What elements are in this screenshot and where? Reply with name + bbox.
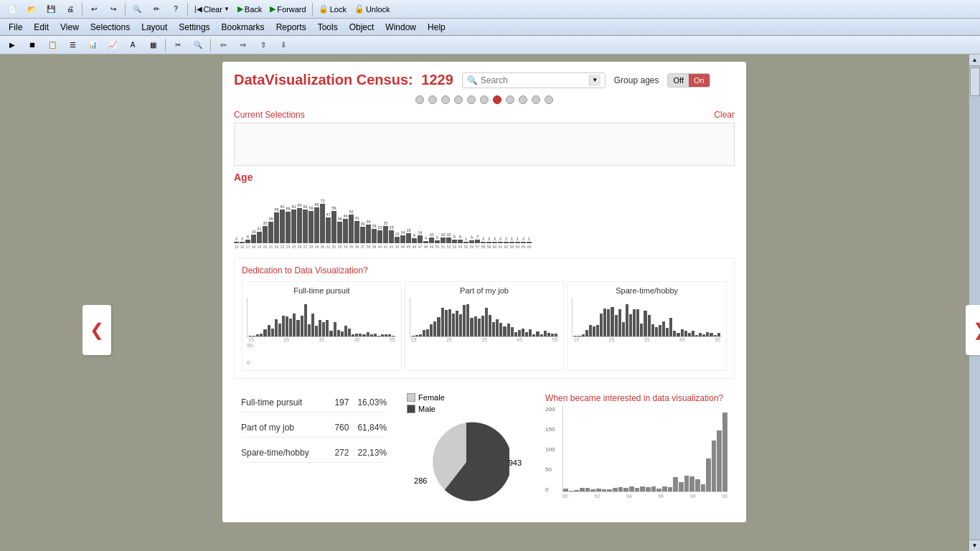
age-bar-col[interactable]: 61 bbox=[291, 205, 296, 244]
tb2-btn3[interactable]: 📋 bbox=[43, 37, 62, 53]
scrollbar-track[interactable] bbox=[969, 66, 980, 540]
menu-selections[interactable]: Selections bbox=[85, 19, 136, 35]
age-bar-col[interactable]: 47 bbox=[326, 213, 331, 244]
unlock-btn[interactable]: 🔓 Unlock bbox=[351, 1, 394, 17]
tb2-btn13[interactable]: ⇧ bbox=[254, 37, 273, 53]
dot-9[interactable] bbox=[519, 95, 527, 104]
menu-object[interactable]: Object bbox=[344, 19, 380, 35]
forward-btn[interactable]: ▶ Forward bbox=[266, 1, 309, 17]
help-btn[interactable]: ? bbox=[166, 1, 185, 17]
tb2-btn9[interactable]: ✂ bbox=[169, 37, 187, 53]
new-btn[interactable]: 📄 bbox=[3, 1, 22, 17]
tb2-btn7[interactable]: A bbox=[123, 37, 142, 53]
dot-6[interactable] bbox=[480, 95, 489, 104]
age-bar-col[interactable]: 41 bbox=[354, 217, 359, 244]
age-bar-col[interactable]: 44 bbox=[343, 215, 348, 244]
age-bar-col[interactable]: 2 bbox=[521, 237, 526, 244]
print-btn[interactable]: 🖨 bbox=[61, 1, 80, 17]
age-bar-col[interactable]: 59 bbox=[308, 207, 314, 244]
tb2-btn10[interactable]: 🔍 bbox=[189, 37, 207, 53]
dot-2[interactable] bbox=[428, 95, 437, 104]
edit-btn[interactable]: ✏ bbox=[147, 1, 166, 17]
nav-arrow-left[interactable]: ❮ bbox=[83, 305, 111, 355]
scrollbar-up[interactable]: ▲ bbox=[969, 55, 980, 66]
age-bar-col[interactable]: 5 bbox=[435, 236, 440, 244]
tb2-btn6[interactable]: 📈 bbox=[103, 37, 122, 53]
age-bar-col[interactable]: 1 bbox=[509, 237, 514, 244]
tb2-btn4[interactable]: ☰ bbox=[63, 37, 82, 53]
tb2-btn5[interactable]: 📊 bbox=[83, 37, 102, 53]
dot-8[interactable] bbox=[506, 95, 514, 104]
lock-btn[interactable]: 🔒 Lock bbox=[315, 1, 350, 17]
age-bar-col[interactable]: 7 bbox=[475, 235, 480, 244]
age-bar-col[interactable]: 1 bbox=[515, 237, 520, 244]
toggle-switch[interactable]: Off On bbox=[667, 73, 710, 88]
age-bar-col[interactable]: 21 bbox=[257, 227, 262, 244]
dot-7[interactable] bbox=[493, 95, 501, 104]
back-btn[interactable]: ▶ Back bbox=[234, 1, 265, 17]
redo-btn[interactable]: ↪ bbox=[104, 1, 123, 17]
dot-10[interactable] bbox=[532, 95, 540, 104]
age-bar-col[interactable]: 23 bbox=[377, 226, 382, 244]
menu-bookmarks[interactable]: Bookmarks bbox=[216, 19, 270, 35]
age-bar-col[interactable]: 26 bbox=[372, 225, 377, 244]
age-bar-col[interactable]: 5 bbox=[469, 236, 474, 244]
age-bar-col[interactable]: 56 bbox=[274, 208, 279, 244]
age-bar-col[interactable]: 23 bbox=[389, 226, 394, 244]
age-bar-col[interactable]: 6 bbox=[245, 235, 250, 244]
menu-settings[interactable]: Settings bbox=[173, 19, 215, 35]
dot-11[interactable] bbox=[545, 95, 553, 104]
menu-layout[interactable]: Layout bbox=[136, 19, 173, 35]
tb2-btn8[interactable]: ▦ bbox=[143, 37, 162, 53]
age-bar-col[interactable]: 4 bbox=[423, 237, 428, 244]
age-bar-col[interactable]: 64 bbox=[297, 204, 302, 244]
age-bar-col[interactable]: 6 bbox=[452, 235, 457, 244]
age-bar-col[interactable]: 32 bbox=[263, 222, 268, 244]
open-btn[interactable]: 📂 bbox=[22, 1, 41, 17]
find-btn[interactable]: 🔍 bbox=[128, 1, 146, 17]
age-bar-col[interactable]: 12 bbox=[395, 232, 400, 244]
menu-reports[interactable]: Reports bbox=[270, 19, 312, 35]
clear-selections-button[interactable]: Clear bbox=[714, 110, 735, 120]
tb2-btn2[interactable]: ⏹ bbox=[23, 37, 42, 53]
age-bar-col[interactable]: 30 bbox=[360, 222, 365, 244]
dot-4[interactable] bbox=[454, 95, 463, 104]
save-btn[interactable]: 💾 bbox=[42, 1, 60, 17]
age-bar-col[interactable]: 14 bbox=[400, 231, 405, 244]
menu-help[interactable]: Help bbox=[422, 19, 451, 35]
age-bar-col[interactable]: 59 bbox=[331, 207, 336, 244]
age-bar-col[interactable]: 18 bbox=[406, 229, 411, 244]
age-bar-col[interactable]: 14 bbox=[418, 231, 423, 244]
dot-3[interactable] bbox=[441, 95, 450, 104]
tb2-btn12[interactable]: ⇨ bbox=[234, 37, 253, 53]
age-bar-col[interactable]: 9 bbox=[412, 234, 417, 244]
age-bar-col[interactable]: 2 bbox=[234, 237, 239, 244]
age-bar-col[interactable]: 3 bbox=[486, 237, 491, 244]
age-bar-col[interactable]: 1 bbox=[527, 237, 532, 244]
search-dropdown[interactable]: ▼ bbox=[589, 75, 600, 86]
dot-1[interactable] bbox=[415, 95, 424, 104]
age-bar-col[interactable]: 10 bbox=[429, 233, 434, 244]
age-bar-col[interactable]: 66 bbox=[314, 203, 319, 244]
age-bar-col[interactable]: 58 bbox=[286, 207, 291, 244]
age-bar-col[interactable]: 2 bbox=[498, 237, 503, 244]
age-bar-col[interactable]: 52 bbox=[349, 210, 354, 244]
tb2-btn14[interactable]: ⇩ bbox=[274, 37, 293, 53]
age-bar-col[interactable]: 34 bbox=[366, 220, 371, 244]
age-bar-col[interactable]: 3 bbox=[492, 237, 497, 244]
menu-window[interactable]: Window bbox=[380, 19, 422, 35]
age-bar-col[interactable]: 32 bbox=[383, 222, 388, 244]
tb2-btn1[interactable]: ▶ bbox=[3, 37, 22, 53]
age-bar-col[interactable]: 10 bbox=[440, 233, 446, 244]
search-input[interactable] bbox=[481, 75, 552, 85]
scrollbar-thumb[interactable] bbox=[970, 67, 980, 96]
age-bar-col[interactable]: 10 bbox=[446, 233, 451, 244]
age-bar-col[interactable]: 61 bbox=[280, 205, 285, 244]
dot-5[interactable] bbox=[467, 95, 476, 104]
toggle-on[interactable]: On bbox=[689, 74, 710, 87]
undo-btn[interactable]: ↩ bbox=[85, 1, 103, 17]
age-bar-col[interactable]: 2 bbox=[504, 237, 509, 244]
age-bar-col[interactable]: 2 bbox=[481, 237, 486, 244]
age-bar-col[interactable]: 72 bbox=[320, 199, 325, 244]
toggle-off[interactable]: Off bbox=[668, 74, 688, 87]
